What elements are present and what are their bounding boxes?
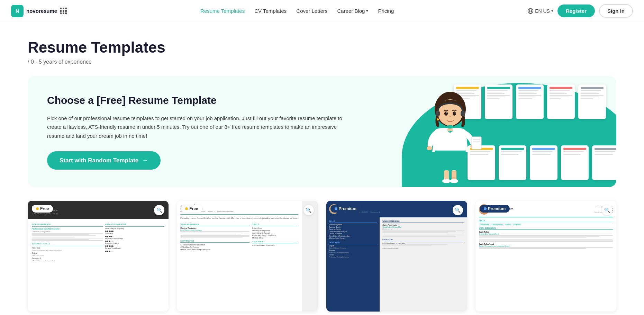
rp-cert-section-2: CERTIFICATES Certified Phlebotomy Techni…: [180, 240, 250, 251]
floating-cards-bottom: [468, 145, 616, 180]
rp3-lang-2: Spanish: [329, 250, 377, 251]
rp3-skill-c: Customer Service: [329, 228, 377, 230]
template-zoom-4[interactable]: 🔍: [602, 205, 612, 215]
rp4-skill-tags: Cash Handling Customer Service Banking C…: [479, 223, 613, 226]
nav-link-resume-templates[interactable]: Resume Templates: [200, 8, 245, 14]
nav-links: Resume Templates CV Templates Cover Lett…: [200, 8, 394, 14]
resume-preview-4: Loraine Hudson Bank Teller loraine@novor…: [475, 201, 616, 312]
promo-content: Choose a [Free] Resume Template Pick one…: [47, 93, 350, 170]
rp4-tag-4: Compliance: [512, 223, 521, 226]
badge-label-4: Premium: [488, 206, 506, 211]
rp3-skill-g: Effective Sales Process: [329, 237, 377, 239]
register-button[interactable]: Register: [557, 4, 595, 17]
rp-section-work-1: WORK EXPERIENCE: [32, 223, 103, 227]
rp3-footer: Retail Sales Associate: [382, 248, 464, 250]
rp4-skills-header: SKILLS: [479, 219, 613, 222]
badge-label-3: Premium: [339, 206, 356, 211]
badge-dot-premium-3: [335, 207, 337, 210]
rp-expertise-1: Visual Design & Storytelling: [105, 228, 164, 230]
rp3-edu-l2: [382, 245, 432, 246]
badge-label-2: Free: [189, 206, 198, 211]
resume-preview-3: Frank Graham Sales Associate mark@novore…: [326, 201, 467, 312]
nav-link-cover-letters[interactable]: Cover Letters: [296, 8, 327, 14]
rp-cert-title-2: CERTIFICATES: [180, 240, 250, 243]
rp-dots-4: [105, 245, 164, 247]
rp3-main: WORK EXPERIENCE Sales Associate ShopPerf…: [380, 217, 467, 312]
svg-point-7: [455, 112, 456, 114]
rp-l2f: [180, 237, 243, 238]
svg-point-6: [446, 112, 447, 114]
template-zoom-2[interactable]: 🔍: [303, 205, 314, 215]
rp-right-1: AREAS OF EXPERTISE Visual Design & Story…: [105, 222, 164, 262]
svg-point-4: [444, 111, 448, 116]
rp4-l3: [479, 237, 586, 238]
nav-link-career-blog[interactable]: Career Blog ▾: [337, 8, 368, 14]
template-card-3[interactable]: Premium 🔍 Frank Graham: [326, 201, 467, 312]
nav-link-cv-templates[interactable]: CV Templates: [254, 8, 287, 14]
template-preview-4: Loraine Hudson Bank Teller loraine@novor…: [475, 201, 616, 312]
rp4-l2: [479, 236, 600, 237]
rp-we-title-2: WORK EXPERIENCE: [180, 223, 250, 226]
rp-dots-5: [105, 251, 164, 252]
mini-card-b4: [561, 145, 589, 180]
rp-skill-2a: Patient Care: [252, 227, 298, 229]
rp3-lang-3-level: Professional Working Proficiency: [329, 256, 377, 258]
svg-point-20: [442, 179, 451, 183]
rp-l2c: [180, 234, 236, 234]
rp4-tag-2: Customer Service: [491, 223, 504, 226]
rp3-we-header: WORK EXPERIENCE: [382, 220, 464, 223]
rp3-skill-d: Customer Needs Analysis: [329, 231, 377, 233]
rp3-sidebar: SKILLS Sales Management Revenue Growth C…: [326, 217, 380, 312]
rp3-l3: [382, 232, 448, 233]
rp-contact-1: 📞 123-495Toronto, Canadamaria.r@...: [32, 213, 164, 215]
template-card-1[interactable]: Free 🔍 Maria Rojos Professional Graphic …: [28, 201, 169, 312]
rp-tech-section-1: TECHNICAL SKILLS: [32, 243, 103, 246]
rp4-company-2: Bank of Pennsylvania, Lancaster Branch: [479, 245, 613, 247]
rp-job-title-1: Professional Graphic Designer: [32, 228, 103, 231]
rp-cert-2: CPR & First Aid Training: [180, 246, 250, 248]
rp4-tag-1: Cash Handling: [479, 223, 490, 226]
rp-divider-2: [180, 214, 298, 215]
mini-card-3: [516, 84, 544, 119]
random-template-button[interactable]: Start with Random Template →: [47, 151, 161, 170]
lang-selector[interactable]: EN US ▾: [527, 8, 553, 14]
rp4-l5: [479, 240, 613, 241]
rp-line-1c: [32, 235, 96, 236]
rp4-tag-3: Banking: [505, 223, 511, 226]
template-card-4[interactable]: Premium 🔍 Lora: [475, 201, 616, 312]
mini-card-b5: [592, 145, 616, 180]
rp3-lang-header: LANGUAGES: [329, 241, 377, 244]
rp-line-1a: [32, 233, 103, 234]
template-zoom-3[interactable]: 🔍: [453, 205, 463, 215]
lang-label: EN US: [535, 8, 550, 14]
rp3-skill-f: Work Ethics & Professionalism: [329, 235, 377, 237]
rp3-l1: [382, 230, 464, 231]
resume-preview-2: Anna Taylor Certified Medical Assistant …: [177, 201, 302, 312]
template-card-2[interactable]: Free 🔍 Anna Taylor Certified Medical Ass…: [177, 201, 318, 312]
rp3-l4: [382, 234, 464, 234]
rp-line-1d: [32, 237, 74, 237]
rp-areas-section-1: AREAS OF EXPERTISE: [105, 223, 164, 227]
rp-l2b: [180, 233, 243, 233]
templates-grid: Free 🔍 Maria Rojos Professional Graphic …: [28, 201, 616, 312]
promo-text: Pick one of our professional resume temp…: [47, 114, 350, 141]
rp-line-1g: [32, 240, 103, 241]
nav-right: EN US ▾ Register Sign In: [527, 4, 633, 18]
nav-link-pricing[interactable]: Pricing: [378, 8, 394, 14]
rp-l2d: [180, 235, 250, 236]
rp4-body: SKILLS Cash Handling Customer Service Ba…: [479, 219, 613, 250]
rp4-l8: [479, 248, 586, 249]
rp3-skills-header: SKILLS: [329, 220, 377, 223]
badge-dot-premium-4: [484, 207, 487, 210]
logo[interactable]: N novoresume: [11, 5, 57, 17]
hero-section: Resume Templates / 0 - 5 years of experi…: [0, 22, 644, 187]
globe-icon: [527, 8, 534, 14]
rp-skill-1: Adobe Suite: [32, 247, 103, 249]
rp-work-section-2: WORK EXPERIENCE Medical Assistant First …: [180, 222, 250, 251]
svg-point-8: [437, 118, 439, 120]
mini-card-4: [547, 84, 575, 119]
signin-button[interactable]: Sign In: [599, 4, 633, 18]
hero-title: Resume Templates: [28, 39, 616, 56]
mini-card-b3: [530, 145, 557, 180]
grid-icon[interactable]: [60, 8, 67, 14]
